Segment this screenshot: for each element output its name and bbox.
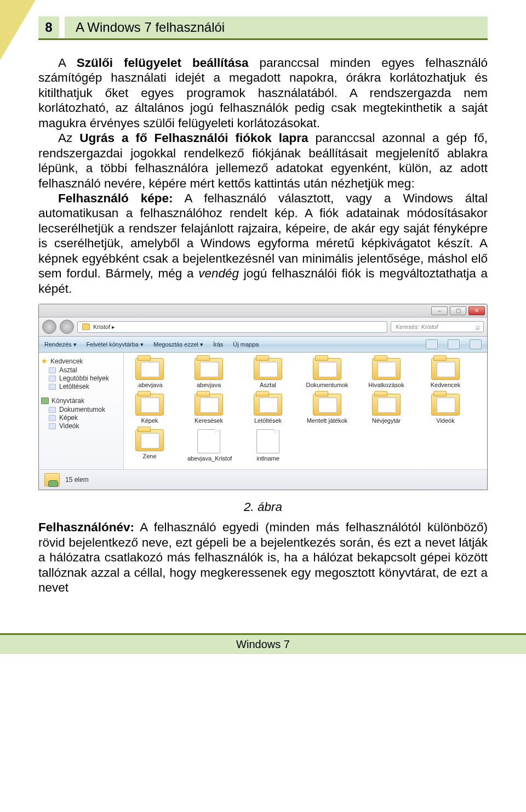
maximize-button[interactable]: ▢ bbox=[450, 306, 466, 315]
sidebar-item-recent[interactable]: Legutóbbi helyek bbox=[49, 374, 121, 382]
file-item[interactable]: Asztal bbox=[247, 358, 289, 388]
file-item[interactable]: Hivatkozások bbox=[365, 358, 408, 388]
documents-icon bbox=[49, 407, 56, 413]
library-icon bbox=[41, 398, 49, 404]
file-item[interactable]: Videók bbox=[424, 394, 467, 424]
sidebar-item-libraries[interactable]: Könyvtárak bbox=[41, 397, 121, 405]
file-label: Keresések bbox=[187, 417, 230, 424]
toolbar: Rendezés ▾ Felvétel könyvtárba ▾ Megoszt… bbox=[39, 337, 487, 353]
new-folder-button[interactable]: Új mappa bbox=[233, 341, 259, 348]
p3-bold: Felhasználó képe: bbox=[58, 191, 173, 205]
status-text: 15 elem bbox=[65, 476, 89, 484]
desktop-icon bbox=[49, 367, 56, 373]
back-button[interactable] bbox=[42, 320, 56, 334]
file-label: abevjava_Kristof bbox=[187, 455, 230, 462]
sidebar-label: Könyvtárak bbox=[52, 397, 84, 405]
file-label: abevjava bbox=[187, 382, 230, 388]
sidebar-item-downloads[interactable]: Letöltések bbox=[49, 383, 121, 390]
file-label: Letöltések bbox=[247, 417, 289, 424]
search-input[interactable]: Keresés: Kristof bbox=[391, 321, 484, 332]
file-label: Asztal bbox=[247, 382, 289, 388]
help-icon[interactable] bbox=[470, 339, 482, 349]
include-library-button[interactable]: Felvétel könyvtárba ▾ bbox=[87, 341, 144, 348]
sidebar-item-documents[interactable]: Dokumentumok bbox=[49, 406, 121, 413]
file-item[interactable]: Letöltések bbox=[247, 394, 289, 424]
file-item[interactable]: Kedvencek bbox=[424, 358, 467, 388]
folder-icon bbox=[372, 358, 401, 380]
nav-row: Kristof ▸ Keresés: Kristof bbox=[39, 317, 487, 337]
file-label: .abevjava bbox=[128, 382, 171, 388]
file-item[interactable]: abevjava bbox=[187, 358, 230, 388]
file-item[interactable]: .abevjava bbox=[128, 358, 171, 388]
page-number: 8 bbox=[38, 16, 59, 38]
file-label: Képek bbox=[128, 417, 171, 424]
forward-button[interactable] bbox=[60, 320, 74, 334]
sidebar-item-pictures[interactable]: Képek bbox=[49, 414, 121, 422]
breadcrumb-text: Kristof ▸ bbox=[93, 323, 115, 331]
folder-icon bbox=[82, 323, 90, 330]
file-item[interactable]: Névjegytár bbox=[365, 394, 408, 424]
sidebar-label: Asztal bbox=[59, 366, 77, 374]
status-bar: 15 elem bbox=[39, 469, 487, 490]
folder-icon bbox=[195, 358, 223, 380]
sidebar-label: Videók bbox=[59, 422, 79, 430]
p1-lead: A bbox=[58, 56, 77, 70]
pictures-icon bbox=[49, 415, 56, 421]
body-text: A Szülői felügyelet beállítása paranccsa… bbox=[38, 55, 488, 296]
sidebar-item-favorites[interactable]: ★Kedvencek bbox=[41, 357, 121, 365]
folder-icon bbox=[431, 358, 460, 380]
file-item[interactable]: Mentett játékok bbox=[306, 394, 348, 424]
close-button[interactable]: ✕ bbox=[468, 306, 485, 315]
sidebar-label: Letöltések bbox=[59, 383, 89, 390]
sidebar-label: Dokumentumok bbox=[59, 406, 105, 413]
file-label: Mentett játékok bbox=[306, 417, 348, 424]
burn-button[interactable]: Írás bbox=[213, 341, 223, 348]
file-label: Dokumentumok bbox=[306, 382, 348, 388]
header-title: A Windows 7 felhasználói bbox=[65, 16, 488, 38]
recent-icon bbox=[49, 376, 56, 382]
file-label: Kedvencek bbox=[424, 382, 467, 388]
file-icon bbox=[197, 429, 220, 453]
file-label: intlname bbox=[247, 455, 289, 462]
folder-icon bbox=[195, 394, 223, 416]
sidebar-item-videos[interactable]: Videók bbox=[49, 422, 121, 430]
folder-icon bbox=[254, 394, 282, 416]
breadcrumb-bar[interactable]: Kristof ▸ bbox=[77, 321, 387, 333]
file-item[interactable]: intlname bbox=[247, 429, 289, 462]
body-text-2: Felhasználónév: A felhasználó egyedi (mi… bbox=[38, 520, 488, 595]
sidebar-label: Képek bbox=[59, 414, 78, 422]
folder-icon bbox=[135, 429, 164, 451]
page-footer: Windows 7 bbox=[0, 633, 526, 654]
star-icon: ★ bbox=[41, 357, 48, 365]
file-item[interactable]: Dokumentumok bbox=[306, 358, 348, 388]
folder-icon bbox=[135, 394, 164, 416]
file-item[interactable]: Zene bbox=[128, 429, 171, 462]
view-options-icon[interactable] bbox=[426, 339, 438, 349]
organize-button[interactable]: Rendezés ▾ bbox=[44, 341, 77, 348]
p4-bold: Felhasználónév: bbox=[38, 520, 134, 534]
videos-icon bbox=[49, 423, 56, 429]
share-button[interactable]: Megosztás ezzel ▾ bbox=[153, 341, 203, 348]
folder-icon bbox=[431, 394, 460, 416]
folder-icon bbox=[313, 358, 341, 380]
sidebar: ★Kedvencek Asztal Legutóbbi helyek Letöl… bbox=[39, 353, 124, 469]
p2-bold: Ugrás a fő Felhasználói fiókok lapra bbox=[79, 131, 308, 145]
file-icon bbox=[256, 429, 279, 453]
titlebar: – ▢ ✕ bbox=[39, 304, 487, 317]
minimize-button[interactable]: – bbox=[431, 306, 448, 315]
folder-icon bbox=[135, 358, 164, 380]
p3-italic: vendég bbox=[198, 266, 239, 280]
file-label: Névjegytár bbox=[365, 417, 408, 424]
file-label: Zene bbox=[128, 453, 171, 459]
sidebar-item-desktop[interactable]: Asztal bbox=[49, 366, 121, 374]
sidebar-label: Kedvencek bbox=[50, 357, 83, 365]
folder-icon bbox=[313, 394, 341, 416]
file-item[interactable]: Keresések bbox=[187, 394, 230, 424]
file-label: Hivatkozások bbox=[365, 382, 408, 388]
preview-pane-icon[interactable] bbox=[448, 339, 460, 349]
file-list: .abevjavaabevjavaAsztalDokumentumokHivat… bbox=[124, 353, 487, 469]
folder-icon bbox=[372, 394, 401, 416]
file-item[interactable]: abevjava_Kristof bbox=[187, 429, 230, 462]
user-folder-icon bbox=[44, 473, 60, 486]
file-item[interactable]: Képek bbox=[128, 394, 171, 424]
